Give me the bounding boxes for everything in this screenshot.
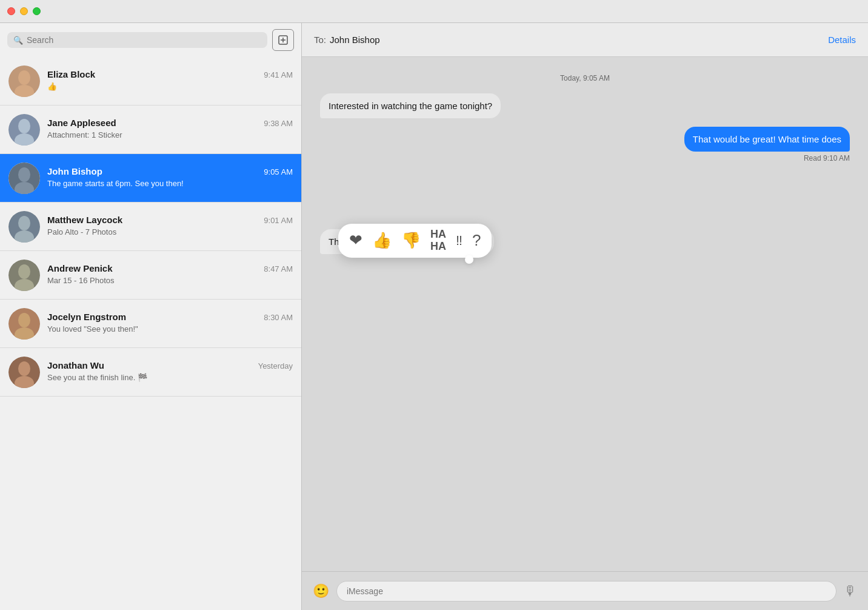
conv-name: Jonathan Wu [47,360,104,370]
conversation-item-jane[interactable]: Jane Appleseed9:38 AMAttachment: 1 Stick… [0,106,301,154]
tapback-question[interactable]: ? [472,231,481,250]
search-icon: 🔍 [13,36,23,45]
conv-time: Yesterday [258,361,293,370]
conversation-list: Eliza Block9:41 AM👍Jane Appleseed9:38 AM… [0,57,301,610]
conv-content: Jane Appleseed9:38 AMAttachment: 1 Stick… [47,118,293,141]
conv-preview: See you at the finish line. 🏁 [47,372,293,383]
conv-preview: Palo Alto - 7 Photos [47,227,293,238]
tapback-heart[interactable]: ❤ [349,231,362,250]
conv-content: Eliza Block9:41 AM👍 [47,69,293,92]
avatar [8,114,40,146]
recipient-name: John Bishop [330,35,380,45]
conv-content: Jocelyn Engstrom8:30 AMYou loved "See yo… [47,312,293,335]
tapback-haha[interactable]: HAHA [430,229,446,253]
message-row: Interested in watching the game tonight? [320,93,850,118]
conv-preview: 👍 [47,81,293,92]
title-bar [0,0,868,23]
conversation-item-john[interactable]: John Bishop9:05 AMThe game starts at 6pm… [0,154,301,203]
avatar [8,357,40,388]
message-row: That would be great! What time does [320,127,850,152]
conv-content: Andrew Penick8:47 AMMar 15 - 16 Photos [47,263,293,286]
tapback-thumbsup[interactable]: 👍 [372,231,392,250]
svg-point-13 [18,216,30,230]
conv-time: 9:05 AM [264,167,293,176]
chat-header: To: John Bishop Details [302,23,868,57]
to-label: To: [314,35,326,45]
search-input[interactable] [27,35,261,45]
conv-time: 9:41 AM [264,70,293,79]
conv-preview: You loved "See you then!" [47,324,293,335]
sidebar: 🔍 Eliza Block9:41 AM👍Jane Appleseed9:38 … [0,23,302,610]
conv-name: Jane Appleseed [47,118,116,128]
tapback-thumbsdown[interactable]: 👎 [401,231,421,250]
conversation-item-eliza[interactable]: Eliza Block9:41 AM👍 [0,57,301,106]
conv-name: John Bishop [47,166,102,176]
conv-content: John Bishop9:05 AMThe game starts at 6pm… [47,166,293,189]
conv-name: Jocelyn Engstrom [47,312,126,322]
chat-input-bar: 🙂 🎙 [302,571,868,610]
conv-name: Andrew Penick [47,263,113,273]
read-receipt: Read 9:10 AM [320,154,850,163]
conv-name: Matthew Laycock [47,215,122,225]
avatar [8,260,40,291]
chat-area: To: John Bishop Details Today, 9:05 AM I… [302,23,868,610]
avatar [8,308,40,340]
chat-messages: Today, 9:05 AM Interested in watching th… [302,57,868,571]
emoji-button[interactable]: 🙂 [312,583,330,599]
message-bubble: Interested in watching the game tonight? [320,93,501,118]
details-button[interactable]: Details [828,35,856,45]
conv-content: Matthew Laycock9:01 AMPalo Alto - 7 Phot… [47,215,293,238]
maximize-button[interactable] [33,7,41,15]
minimize-button[interactable] [20,7,28,15]
chat-timestamp: Today, 9:05 AM [320,74,850,82]
svg-point-7 [18,119,30,133]
app-container: 🔍 Eliza Block9:41 AM👍Jane Appleseed9:38 … [0,23,868,610]
sidebar-header: 🔍 [0,23,301,57]
conversation-item-jocelyn[interactable]: Jocelyn Engstrom8:30 AMYou loved "See yo… [0,300,301,348]
tapback-popup: ❤ 👍 👎 HAHA ‼ ? [338,224,492,258]
svg-point-10 [18,167,30,182]
conv-time: 8:47 AM [264,264,293,273]
conversation-item-jonathan[interactable]: Jonathan WuYesterdaySee you at the finis… [0,348,301,397]
svg-point-16 [18,264,30,279]
avatar [8,163,40,194]
conv-preview: Mar 15 - 16 Photos [47,275,293,286]
compose-button[interactable] [272,29,294,51]
conv-time: 8:30 AM [264,313,293,322]
conversation-item-andrew[interactable]: Andrew Penick8:47 AMMar 15 - 16 Photos [0,251,301,300]
message-with-tapback: That would be great! What time does Read… [320,127,850,163]
svg-point-19 [18,313,30,327]
conv-preview: The game starts at 6pm. See you then! [47,178,293,189]
search-bar[interactable]: 🔍 [7,32,267,48]
microphone-button[interactable]: 🎙 [843,583,858,599]
conv-content: Jonathan WuYesterdaySee you at the finis… [47,360,293,383]
svg-point-4 [18,70,30,85]
svg-point-22 [18,361,30,376]
conv-preview: Attachment: 1 Sticker [47,130,293,141]
chat-header-to: To: John Bishop [314,35,380,45]
tapback-exclaim[interactable]: ‼ [456,233,462,249]
close-button[interactable] [7,7,15,15]
conv-time: 9:38 AM [264,119,293,128]
conv-name: Eliza Block [47,69,95,79]
avatar [8,211,40,243]
message-bubble: That would be great! What time does [684,127,850,152]
conv-time: 9:01 AM [264,216,293,225]
avatar [8,65,40,97]
message-input[interactable] [336,581,836,602]
conversation-item-matthew[interactable]: Matthew Laycock9:01 AMPalo Alto - 7 Phot… [0,203,301,251]
